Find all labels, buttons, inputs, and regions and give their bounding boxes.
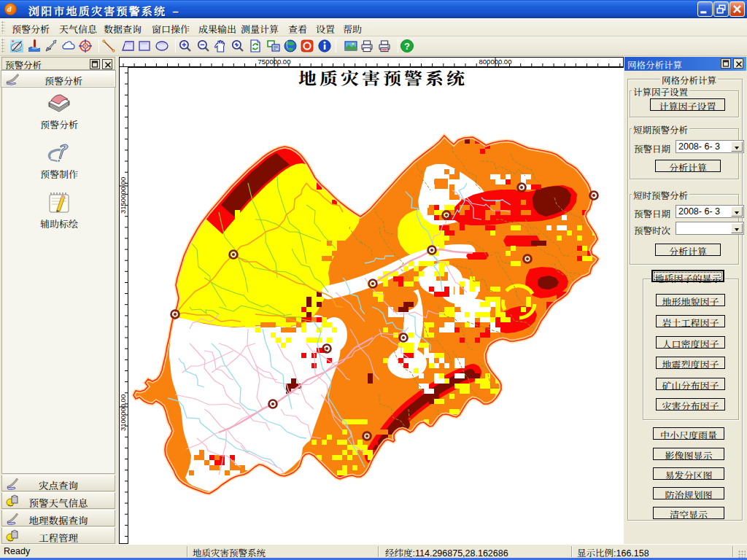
svg-text:800000.00: 800000.00 [479,58,512,66]
svg-text:3150000.00: 3150000.00 [120,177,127,214]
svg-text:?: ? [404,41,410,52]
svg-text:3100000.00: 3100000.00 [120,394,127,431]
svg-text:750000.00: 750000.00 [258,58,291,66]
